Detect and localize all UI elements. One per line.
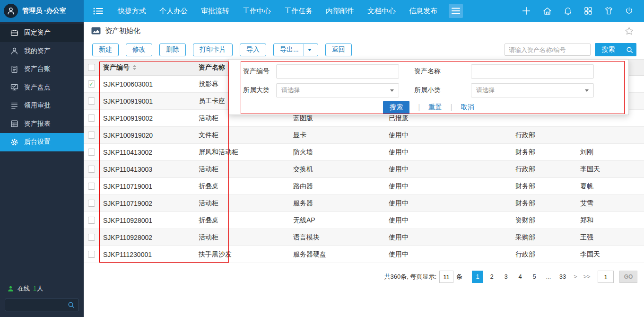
column-header-label: 资产名称 [199, 63, 225, 72]
table-row[interactable]: SJKP110719002活动柜服务器使用中财务部艾雪 [84, 195, 644, 212]
search-icon-button[interactable] [622, 43, 636, 56]
row-checkbox[interactable] [88, 200, 95, 207]
nav-item[interactable]: 个人办公 [159, 7, 188, 16]
asset-item: 显卡 [291, 131, 388, 140]
back-button[interactable]: 返回 [325, 44, 352, 56]
plus-icon[interactable] [521, 6, 531, 16]
nav-item[interactable]: 快捷方式 [118, 7, 146, 16]
edit-button[interactable]: 修改 [126, 44, 152, 56]
column-header-asset-code[interactable]: 资产编号 [99, 63, 191, 72]
sidebar-menu: 固定资产我的资产资产台账资产盘点领用审批资产报表后台设置 [0, 24, 84, 151]
asset-department: 行政部 [511, 131, 579, 140]
delete-button[interactable]: 删除 [159, 44, 186, 56]
row-checkbox[interactable] [88, 132, 95, 139]
page-button[interactable]: 3 [500, 271, 512, 283]
row-checkbox-cell [84, 212, 99, 229]
major-category-select[interactable]: 请选择 [276, 83, 399, 97]
asset-code: SJKP111230001 [99, 251, 191, 258]
online-user-icon [7, 285, 14, 292]
row-checkbox[interactable]: ✓ [88, 80, 95, 88]
power-icon[interactable] [625, 6, 634, 16]
sidebar-item-asset-inventory[interactable]: 资产盘点 [0, 79, 84, 97]
table-row[interactable]: SJKP100919020文件柜显卡使用中行政部 [84, 127, 644, 144]
table-row[interactable]: SJKP110719001折叠桌路由器使用中财务部夏帆 [84, 178, 644, 195]
menu-list-icon[interactable] [93, 7, 104, 16]
import-button[interactable]: 导入 [240, 44, 266, 56]
sort-icon[interactable] [132, 64, 137, 70]
page-button[interactable]: 1 [472, 271, 483, 283]
row-checkbox[interactable] [88, 114, 95, 122]
apps-icon[interactable] [583, 6, 593, 16]
user-menu[interactable]: 管理员 -办公室 [0, 0, 84, 22]
table-row[interactable]: SJKP111230001扶手黑沙发服务器硬盘使用中行政部李国天 [84, 246, 644, 263]
home-icon[interactable] [542, 6, 552, 16]
nav-item[interactable]: 信息发布 [409, 7, 437, 16]
asset-name: 活动柜 [191, 199, 291, 208]
cancel-link[interactable]: 取消 [461, 103, 474, 112]
nav-expand-button[interactable] [449, 4, 463, 18]
back-label: 返回 [332, 45, 345, 54]
asset-name-input[interactable] [471, 64, 594, 79]
toolbar-search-group: 搜索 [505, 43, 636, 56]
nav-item[interactable]: 工作中心 [243, 7, 271, 16]
page-button[interactable]: 4 [514, 271, 526, 283]
page-button[interactable]: 2 [486, 271, 497, 283]
asset-code-input[interactable] [276, 64, 399, 79]
nav-item[interactable]: 审批流转 [201, 7, 229, 16]
notifications-icon[interactable] [563, 6, 573, 16]
topbar: 管理员 -办公室 快捷方式个人办公审批流转工作中心工作任务内部邮件文档中心信息发… [0, 0, 644, 22]
column-header-label: 资产编号 [103, 63, 130, 72]
panel-search-button[interactable]: 搜索 [383, 101, 409, 114]
jump-page-input[interactable] [598, 271, 614, 283]
reset-link[interactable]: 重置 [429, 103, 442, 112]
nav-item[interactable]: 工作任务 [284, 7, 313, 16]
table-row[interactable]: SJKP110928001折叠桌无线AP使用中资财部郑和 [84, 212, 644, 229]
sidebar-item-asset-report[interactable]: 资产报表 [0, 115, 84, 133]
sidebar-item-fixed-assets[interactable]: 固定资产 [0, 24, 84, 42]
export-button[interactable]: 导出... [273, 44, 318, 56]
new-button[interactable]: 新建 [92, 44, 119, 56]
sidebar-item-requisition-approval[interactable]: 领用审批 [0, 97, 84, 115]
nav-item[interactable]: 文档中心 [367, 7, 396, 16]
go-button[interactable]: GO [619, 271, 637, 283]
page-size-input[interactable] [439, 271, 453, 283]
next-page-button[interactable]: > [571, 271, 580, 283]
last-page-button[interactable]: >> [583, 271, 591, 283]
print-card-button[interactable]: 打印卡片 [193, 44, 233, 56]
nav-item[interactable]: 内部邮件 [326, 7, 354, 16]
page-button[interactable]: 5 [529, 271, 540, 283]
search-icon[interactable] [68, 301, 75, 308]
select-all-checkbox[interactable] [88, 64, 95, 71]
row-checkbox[interactable] [88, 149, 95, 156]
sidebar-item-asset-ledger[interactable]: 资产台账 [0, 60, 84, 79]
row-checkbox[interactable] [88, 217, 95, 224]
row-checkbox-cell [84, 161, 99, 177]
asset-search-input[interactable] [505, 44, 591, 56]
sidebar-search-input[interactable] [5, 301, 68, 308]
row-checkbox[interactable] [88, 251, 95, 258]
asset-user: 李国天 [579, 250, 644, 259]
row-checkbox[interactable] [88, 97, 95, 105]
row-checkbox[interactable] [88, 166, 95, 173]
asset-name: 活动柜 [191, 114, 291, 123]
asset-code: SJKP110719001 [99, 183, 191, 190]
row-checkbox[interactable] [88, 183, 95, 190]
asset-status: 使用中 [388, 182, 511, 191]
asset-item: 交换机 [291, 165, 388, 174]
asset-code: SJKP100919020 [99, 132, 191, 139]
hamburger-icon [452, 8, 460, 14]
page-button[interactable]: 33 [557, 271, 568, 283]
report-icon [10, 120, 18, 128]
inventory-icon [10, 83, 18, 92]
sidebar-item-my-assets[interactable]: 我的资产 [0, 42, 84, 61]
theme-icon[interactable] [604, 6, 614, 16]
asset-department: 财务部 [511, 182, 579, 191]
table-row[interactable]: SJKP110928002活动柜语言模块使用中采购部王强 [84, 229, 644, 246]
table-row[interactable]: SJKP110413003活动柜交换机使用中行政部李国天 [84, 161, 644, 178]
row-checkbox[interactable] [88, 234, 95, 241]
favorite-star-icon[interactable] [625, 26, 634, 35]
minor-category-select[interactable]: 请选择 [471, 83, 594, 97]
search-button[interactable]: 搜索 [595, 43, 622, 56]
sidebar-item-admin-settings[interactable]: 后台设置 [0, 133, 84, 151]
table-row[interactable]: SJKP110413002屏风和活动柜防火墙使用中财务部刘刚 [84, 144, 644, 161]
